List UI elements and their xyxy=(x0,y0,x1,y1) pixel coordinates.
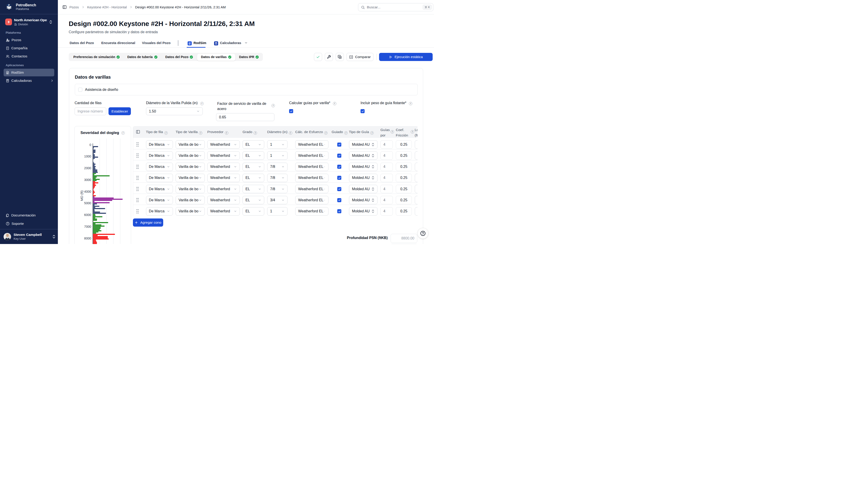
svg-text:2000: 2000 xyxy=(84,166,91,170)
svg-text:7000: 7000 xyxy=(84,225,91,228)
svg-text:8000: 8000 xyxy=(84,236,91,240)
svg-text:MD (ft): MD (ft) xyxy=(80,191,84,201)
svg-text:3000: 3000 xyxy=(84,178,91,182)
svg-text:5000: 5000 xyxy=(84,201,91,205)
svg-text:6000: 6000 xyxy=(84,213,91,217)
svg-text:1000: 1000 xyxy=(84,155,91,158)
svg-text:P: P xyxy=(8,4,10,6)
svg-text:4000: 4000 xyxy=(84,190,91,193)
svg-text:0: 0 xyxy=(90,143,91,147)
